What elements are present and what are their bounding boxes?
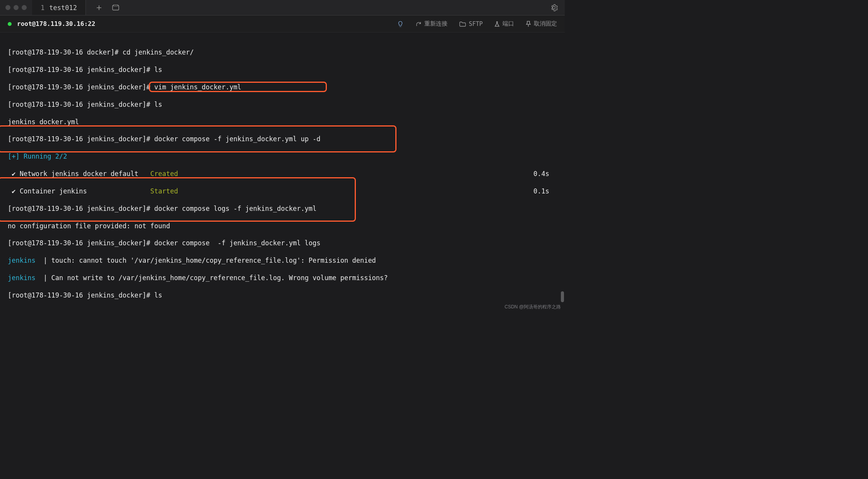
watermark-text: CSDN @阿汤哥的程序之路 <box>504 304 561 310</box>
terminal-line: jenkins | touch: cannot touch '/var/jenk… <box>8 256 557 265</box>
settings-icon[interactable] <box>543 4 565 12</box>
terminal-line: [root@178-119-30-16 jenkins_docker]# ls <box>8 65 557 74</box>
terminal-line: [root@178-119-30-16 jenkins_docker]# doc… <box>8 135 557 143</box>
minimize-window-icon[interactable] <box>14 5 19 10</box>
port-button[interactable]: 端口 <box>494 20 514 27</box>
terminal-line: [root@178-119-30-16 jenkins_docker]# doc… <box>8 239 557 247</box>
status-dot-icon <box>8 22 12 26</box>
maximize-window-icon[interactable] <box>22 5 27 10</box>
sftp-button[interactable]: SFTP <box>459 21 483 27</box>
terminal-output[interactable]: [root@178-119-30-16 docker]# cd jenkins_… <box>0 33 565 303</box>
scrollbar-thumb[interactable] <box>561 291 564 302</box>
terminal-line: [root@178-119-30-16 jenkins_docker]# ls <box>8 100 557 109</box>
terminal-line: jenkins_docker.yml <box>8 118 557 126</box>
connection-bar: root@178.119.30.16:22 重新连接 SFTP 端口 取消固定 <box>0 15 565 33</box>
hint-icon[interactable] <box>397 21 404 27</box>
terminal-line: jenkins | Can not write to /var/jenkins_… <box>8 274 557 282</box>
title-bar: 1 test012 <box>0 0 565 15</box>
terminal-line: [root@178-119-30-16 jenkins_docker]# doc… <box>8 204 557 213</box>
tab-title: test012 <box>49 4 77 12</box>
window-controls <box>0 5 32 10</box>
close-window-icon[interactable] <box>5 5 10 10</box>
terminal-line: ✔ Container jenkins Started0.1s <box>8 187 557 195</box>
svg-rect-1 <box>113 5 118 6</box>
terminal-line: [root@178-119-30-16 jenkins_docker]# vim… <box>8 83 557 91</box>
reconnect-button[interactable]: 重新连接 <box>415 20 448 27</box>
terminal-line: [root@178-119-30-16 docker]# cd jenkins_… <box>8 48 557 56</box>
terminal-line: [root@178-119-30-16 jenkins_docker]# ls <box>8 291 557 299</box>
tab-terminal[interactable]: 1 test012 <box>32 0 86 15</box>
new-tab-icon[interactable] <box>96 5 102 11</box>
terminal-line: no configuration file provided: not foun… <box>8 222 557 230</box>
unpin-button[interactable]: 取消固定 <box>526 20 557 27</box>
connection-label: root@178.119.30.16:22 <box>17 20 95 27</box>
split-pane-icon[interactable] <box>112 5 119 11</box>
annotation-box <box>0 177 356 222</box>
tab-index: 1 <box>41 4 44 12</box>
terminal-line: [+] Running 2/2 <box>8 152 557 161</box>
terminal-line: ✔ Network jenkins_docker_default Created… <box>8 169 557 178</box>
